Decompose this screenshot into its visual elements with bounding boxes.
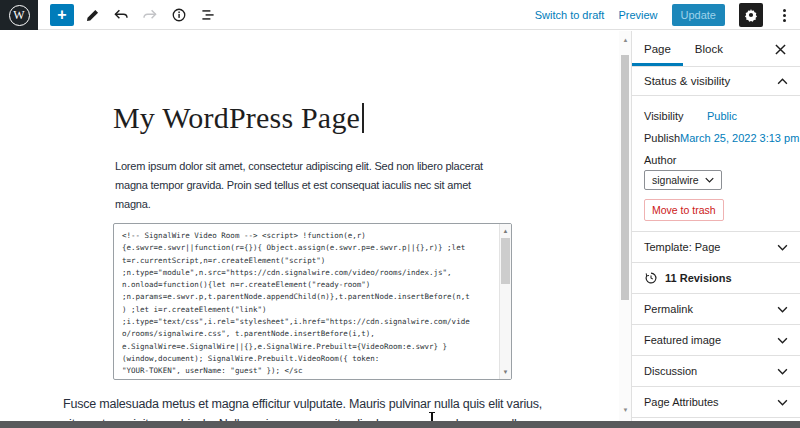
chevron-down-icon [777,368,788,375]
block-inserter-button[interactable]: + [50,4,74,26]
author-value: signalwire [652,174,699,186]
custom-html-code-textarea[interactable]: <!-- SignalWire Video Room --> <script> … [113,223,512,380]
visibility-label: Visibility [644,110,707,122]
publish-row: Publish March 25, 2022 3:13 pm [644,132,788,144]
featured-image-panel-header[interactable]: Featured image [632,325,800,356]
scroll-up-icon[interactable]: ▲ [620,35,631,45]
template-label: Template: Page [644,241,720,253]
toolbar-right-group: Switch to draft Preview Update [535,0,792,30]
visibility-value-link[interactable]: Public [707,110,737,122]
code-line: ;n.type="module",n.src="https://cdn.sign… [122,267,497,279]
more-dot-icon [783,14,786,17]
list-view-icon [200,8,216,22]
code-line: <!-- SignalWire Video Room --> <script> … [122,230,497,242]
tab-page[interactable]: Page [632,31,683,66]
chevron-down-icon [777,399,788,406]
wordpress-editor: W + [0,0,800,428]
code-line: t=r.currentScript,n=r.createElement("scr… [122,255,497,267]
sidebar-tabs: Page Block [632,31,800,67]
close-sidebar-button[interactable] [770,39,790,59]
code-line: o/rooms/signalwire.css", t.parentNode.in… [122,328,497,340]
code-line-clipped: "YOUR-TOKEN", userName: "guest" }); </sc [122,365,497,377]
revisions-button[interactable]: 11 Revisions [632,263,800,294]
revisions-clock-icon [644,271,658,285]
revisions-label: 11 Revisions [665,272,732,284]
publish-label: Publish [644,132,680,144]
chevron-up-icon [777,78,788,85]
post-title-text: My WordPress Page [113,101,360,134]
code-line: ) ;let i=r.createElement("link") [122,304,497,316]
author-label: Author [644,154,788,166]
pencil-icon [85,8,100,23]
page-attributes-label: Page Attributes [644,396,719,408]
scroll-down-icon[interactable]: ▼ [620,405,631,415]
bottom-edge-bar [0,421,800,428]
redo-arrow-icon [142,8,158,22]
update-button[interactable]: Update [672,4,725,26]
code-line: e.SignalWire=e.SignalWire||{},e.SignalWi… [122,341,497,353]
editor-scrollbar-thumb[interactable] [621,55,629,300]
scroll-down-icon[interactable]: ▼ [500,367,511,377]
editor-scrollbar[interactable]: ▲ ▼ [619,31,631,421]
code-line: (window,document); SignalWire.Prebuilt.V… [122,353,497,365]
more-dot-icon [783,19,786,22]
status-visibility-header[interactable]: Status & visibility [632,67,800,96]
settings-sidebar: Page Block Status & visibility Visibilit… [631,31,800,421]
code-line: n.onload=function(){let n=r.createElemen… [122,279,497,291]
code-line: ;n.params=e.swvr.p,t.parentNode.appendCh… [122,291,497,303]
move-to-trash-button[interactable]: Move to trash [644,199,724,221]
paragraph-block-2[interactable]: Fusce malesuada metus et magna efficitur… [63,395,549,421]
chevron-down-icon [777,244,788,251]
settings-button[interactable] [739,3,763,27]
top-toolbar: W + [0,0,800,30]
template-panel-header[interactable]: Template: Page [632,232,800,263]
paragraph-block-1[interactable]: Lorem ipsum dolor sit amet, consectetur … [115,157,505,214]
switch-to-draft-link[interactable]: Switch to draft [535,9,605,21]
chevron-down-icon [777,337,788,344]
code-line: ;i.type="text/css",i.rel="stylesheet",i.… [122,316,497,328]
more-dot-icon [783,9,786,12]
close-icon [775,44,786,55]
preview-link[interactable]: Preview [618,9,657,21]
more-options-button[interactable] [777,5,792,26]
panel-title: Status & visibility [644,75,730,87]
text-cursor-pointer [431,412,433,421]
text-caret [362,103,364,133]
tools-button[interactable] [81,4,103,26]
textarea-scrollbar-thumb[interactable] [501,238,510,284]
gear-icon [744,8,758,22]
code-line: {e.swvr=e.swvr||function(r={}){ Object.a… [122,242,497,254]
wordpress-menu-button[interactable]: W [0,0,38,30]
textarea-scrollbar[interactable]: ▲ ▼ [499,224,511,379]
discussion-label: Discussion [644,365,697,377]
code-content: <!-- SignalWire Video Room --> <script> … [114,224,499,379]
undo-button[interactable] [110,4,132,26]
details-button[interactable] [168,4,190,26]
redo-button[interactable] [139,4,161,26]
undo-arrow-icon [113,8,129,22]
permalink-label: Permalink [644,303,693,315]
permalink-panel-header[interactable]: Permalink [632,294,800,325]
post-title[interactable]: My WordPress Page [113,101,533,135]
chevron-down-icon [777,306,788,313]
scroll-up-icon[interactable]: ▲ [500,226,511,236]
discussion-panel-header[interactable]: Discussion [632,356,800,387]
page-attributes-panel-header[interactable]: Page Attributes [632,387,800,418]
chevron-down-icon [705,177,714,183]
featured-image-label: Featured image [644,334,721,346]
plus-icon: + [57,6,66,24]
toolbar-left-group: + [50,0,219,30]
wordpress-logo-icon: W [9,5,30,26]
publish-date-link[interactable]: March 25, 2022 3:13 pm [680,132,799,144]
list-view-button[interactable] [197,4,219,26]
tab-block[interactable]: Block [683,31,735,66]
author-dropdown[interactable]: signalwire [644,170,722,190]
status-visibility-body: Visibility Public Publish March 25, 2022… [632,96,800,232]
info-icon [171,7,187,23]
editor-canvas: My WordPress Page Lorem ipsum dolor sit … [0,31,619,421]
visibility-row: Visibility Public [644,110,788,122]
